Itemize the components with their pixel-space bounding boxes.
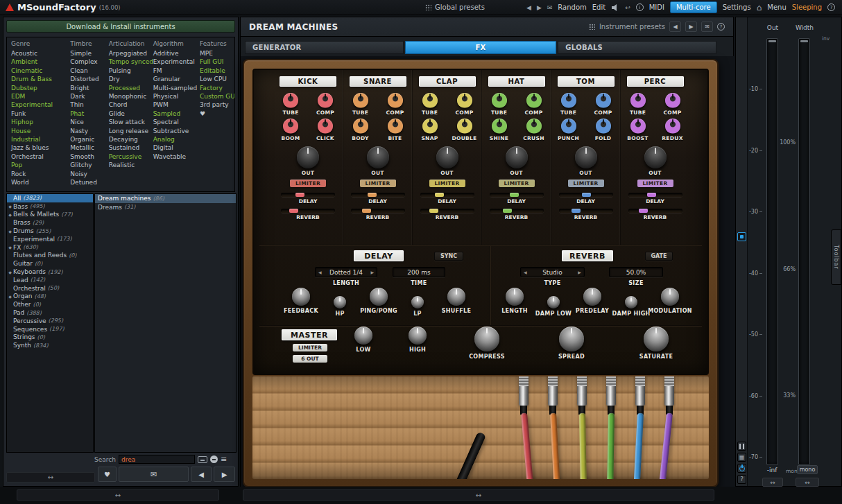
channel-name-label[interactable]: CLAP bbox=[419, 76, 476, 87]
reverb-type-dropdown[interactable]: ◀ Studio ▶ bbox=[520, 267, 585, 277]
melda-logo-icon[interactable] bbox=[6, 3, 14, 11]
master-out-badge[interactable]: 6 OUT bbox=[293, 355, 327, 363]
category-item-experimental[interactable]: Experimental(173) bbox=[7, 235, 93, 243]
save-instrument-preset-icon[interactable]: ✉ bbox=[701, 21, 713, 32]
out-knob[interactable] bbox=[367, 146, 389, 168]
comp-knob[interactable] bbox=[665, 93, 680, 108]
filter-item-pop[interactable]: Pop bbox=[10, 161, 69, 169]
shine-knob[interactable] bbox=[492, 119, 507, 134]
power-button[interactable] bbox=[737, 464, 746, 473]
delay-ping-pong-knob[interactable] bbox=[370, 288, 388, 306]
filter-item-rock[interactable]: Rock bbox=[10, 170, 69, 178]
dropdown-right-icon[interactable]: ▶ bbox=[578, 270, 581, 275]
home-icon[interactable]: ⌂ bbox=[757, 3, 762, 12]
filter-item-distorted[interactable]: Distorted bbox=[69, 75, 107, 83]
category-item-all[interactable]: All(3823) bbox=[7, 194, 93, 202]
category-item-other[interactable]: Other(0) bbox=[7, 300, 93, 309]
prev-instrument-preset-button[interactable]: ◀ bbox=[669, 21, 681, 32]
filter-item-house[interactable]: House bbox=[10, 127, 69, 135]
filter-item-industrial[interactable]: Industrial bbox=[10, 135, 69, 144]
filter-item-factory[interactable]: Factory bbox=[198, 84, 234, 92]
filter-item-nice[interactable]: Nice bbox=[69, 118, 107, 126]
undo-icon[interactable]: ↩ bbox=[625, 3, 630, 12]
audio-cable[interactable] bbox=[605, 376, 617, 479]
out-meter-track[interactable] bbox=[766, 38, 778, 465]
category-item-brass[interactable]: Brass(29) bbox=[7, 218, 93, 227]
delay-slider[interactable] bbox=[490, 193, 544, 197]
filter-item-granular[interactable]: Granular bbox=[152, 75, 198, 83]
filter-item-noisy[interactable]: Noisy bbox=[69, 170, 107, 178]
settings-button[interactable]: Settings bbox=[723, 3, 751, 11]
filter-item-decaying[interactable]: Decaying bbox=[108, 135, 152, 144]
limiter-badge[interactable]: LIMITER bbox=[637, 180, 673, 187]
filter-item-slow-attack[interactable]: Slow attack bbox=[108, 118, 152, 126]
edit-button[interactable]: Edit bbox=[592, 3, 605, 11]
category-item-orchestral[interactable]: Orchestral(50) bbox=[7, 284, 93, 293]
filter-item-dry[interactable]: Dry bbox=[108, 75, 152, 83]
category-item-synth[interactable]: Synth(834) bbox=[7, 341, 93, 349]
fold-knob[interactable] bbox=[596, 119, 611, 134]
filter-item-phat[interactable]: Phat bbox=[69, 110, 107, 118]
comp-knob[interactable] bbox=[596, 93, 611, 108]
list-view-icon[interactable]: ≡ bbox=[221, 455, 227, 463]
audio-cable[interactable] bbox=[576, 376, 588, 479]
double-knob[interactable] bbox=[457, 119, 472, 134]
help-icon[interactable]: ? bbox=[827, 3, 835, 11]
filter-item-tempo-synced[interactable]: Tempo synced bbox=[108, 58, 152, 66]
tab-fx[interactable]: FX bbox=[405, 41, 557, 54]
punch-knob[interactable] bbox=[561, 119, 576, 134]
channel-name-label[interactable]: SNARE bbox=[350, 76, 406, 87]
limiter-badge[interactable]: LIMITER bbox=[499, 180, 535, 187]
dropdown-left-icon[interactable]: ◀ bbox=[318, 270, 322, 275]
limiter-badge[interactable]: LIMITER bbox=[568, 180, 604, 187]
filter-item-acoustic[interactable]: Acoustic bbox=[10, 49, 69, 58]
random-button[interactable]: Random bbox=[558, 3, 586, 11]
category-item-organ[interactable]: ◆Organ(48) bbox=[7, 293, 93, 301]
search-input[interactable]: drea bbox=[119, 455, 195, 464]
filter-item-subtractive[interactable]: Subtractive bbox=[152, 127, 198, 135]
filter-item-monophonic[interactable]: Monophonic bbox=[108, 92, 152, 101]
comp-knob[interactable] bbox=[457, 93, 472, 108]
category-item-percussive[interactable]: Percussive(295) bbox=[7, 317, 93, 325]
tube-knob[interactable] bbox=[630, 93, 646, 108]
previous-result-button[interactable]: ◀ bbox=[191, 467, 212, 482]
comp-knob[interactable] bbox=[318, 93, 333, 108]
filter-item-funk[interactable]: Funk bbox=[10, 110, 69, 118]
filter-item-orchestral[interactable]: Orchestral bbox=[10, 153, 69, 161]
pause-button[interactable] bbox=[737, 442, 746, 451]
category-item-bass[interactable]: ◆Bass(495) bbox=[7, 202, 93, 211]
filter-item-chord[interactable]: Chord bbox=[108, 101, 152, 109]
filter-item-wavetable[interactable]: Wavetable bbox=[152, 153, 198, 161]
reverb-predelay-knob[interactable] bbox=[583, 288, 601, 306]
delay-hp-knob[interactable] bbox=[334, 296, 346, 309]
filter-item-pwm[interactable]: PWM bbox=[152, 101, 198, 109]
filter-item-metallic[interactable]: Metallic bbox=[69, 144, 107, 152]
filter-item-sustained[interactable]: Sustained bbox=[108, 144, 152, 152]
limiter-badge[interactable]: LIMITER bbox=[290, 180, 326, 187]
out-meter-resize-grip[interactable]: ↔ bbox=[762, 478, 783, 487]
instrument-help-icon[interactable]: ? bbox=[717, 23, 725, 31]
filter-item-realistic[interactable]: Realistic bbox=[108, 161, 152, 169]
category-item-flutes-and-reeds[interactable]: Flutes and Reeds(0) bbox=[7, 252, 93, 260]
filter-item-pulsing[interactable]: Pulsing bbox=[108, 67, 152, 75]
category-item-sequences[interactable]: Sequences(197) bbox=[7, 325, 93, 333]
tube-knob[interactable] bbox=[561, 93, 576, 108]
filter-item-bright[interactable]: Bright bbox=[69, 84, 107, 92]
filter-item-hiphop[interactable]: Hiphop bbox=[10, 118, 69, 126]
dropdown-left-icon[interactable]: ◀ bbox=[524, 270, 527, 275]
reverb-title-button[interactable]: REVERB bbox=[562, 250, 613, 261]
filter-item-mpe[interactable]: MPE bbox=[198, 49, 234, 58]
filter-item-edm[interactable]: EDM bbox=[10, 92, 69, 101]
filter-item-custom-gui[interactable]: Custom GUI bbox=[198, 92, 234, 101]
menu-button[interactable]: Menu bbox=[767, 3, 786, 11]
filter-item-clean[interactable]: Clean bbox=[69, 67, 107, 75]
category-item-keyboards[interactable]: ◆Keyboards(192) bbox=[7, 268, 93, 276]
next-instrument-preset-button[interactable]: ▶ bbox=[685, 21, 697, 32]
filter-item-digital[interactable]: Digital bbox=[152, 144, 198, 152]
width-meter-resize-grip[interactable]: ↔ bbox=[796, 478, 819, 487]
out-knob[interactable] bbox=[506, 146, 528, 168]
filter-item-full-gui[interactable]: Full GUI bbox=[198, 58, 234, 66]
filter-item-long-release[interactable]: Long release bbox=[108, 127, 152, 135]
filter-item-3rd-party[interactable]: 3rd party bbox=[198, 101, 234, 109]
filter-item-dubstep[interactable]: Dubstep bbox=[10, 84, 69, 92]
